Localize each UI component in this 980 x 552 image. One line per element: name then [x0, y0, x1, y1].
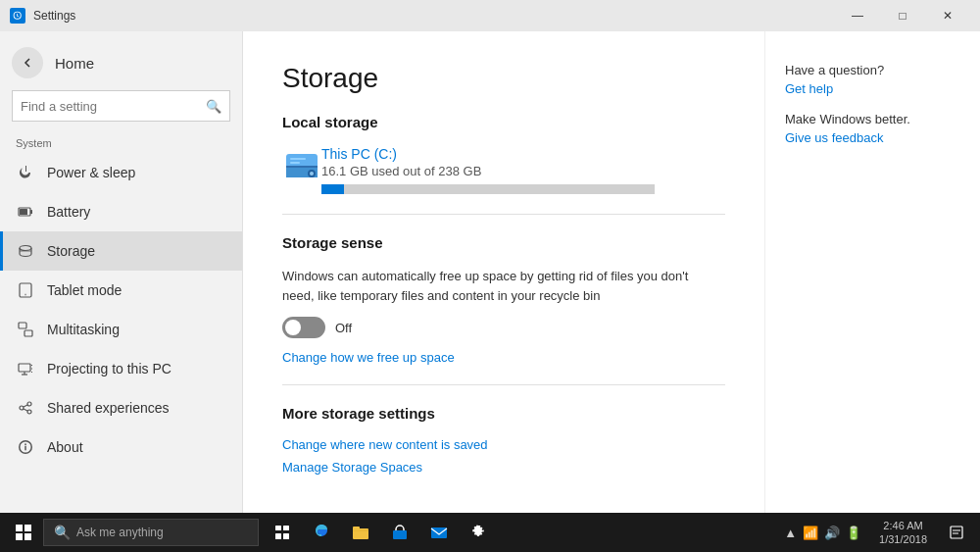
power-icon: [16, 163, 35, 182]
storage-icon: [16, 241, 35, 261]
search-input[interactable]: [21, 99, 206, 114]
clock[interactable]: 2:46 AM 1/31/2018: [869, 513, 937, 552]
sidebar-item-label: Battery: [47, 204, 90, 220]
sidebar-item-tablet-mode[interactable]: Tablet mode: [0, 271, 242, 310]
svg-point-21: [310, 172, 314, 176]
svg-rect-19: [286, 166, 318, 168]
system-tray: ▲ 📶 🔊 🔋: [776, 513, 869, 552]
svg-rect-32: [951, 527, 962, 538]
network-icon[interactable]: 📶: [803, 526, 818, 540]
svg-rect-9: [19, 364, 30, 372]
home-label[interactable]: Home: [55, 55, 94, 72]
change-free-space-link[interactable]: Change how we free up space: [282, 350, 725, 365]
storage-bar-fill: [321, 184, 344, 194]
project-icon: [16, 359, 35, 378]
start-button[interactable]: [4, 513, 43, 552]
get-help-link[interactable]: Get help: [785, 81, 960, 96]
svg-line-16: [24, 409, 27, 411]
clock-time: 2:46 AM: [883, 519, 922, 532]
svg-rect-2: [20, 209, 27, 215]
search-icon: 🔍: [206, 99, 221, 114]
right-panel: Have a question? Get help Make Windows b…: [764, 31, 980, 513]
windows-icon: [16, 525, 31, 540]
sidebar-item-battery[interactable]: Battery: [0, 192, 242, 231]
sidebar-item-label: About: [47, 439, 83, 455]
maximize-button[interactable]: □: [880, 0, 925, 31]
sidebar-item-storage[interactable]: Storage: [0, 231, 242, 271]
battery-icon: [16, 202, 35, 222]
mail-button[interactable]: [419, 513, 459, 552]
volume-icon[interactable]: 🔊: [824, 526, 840, 540]
feedback-link[interactable]: Give us feedback: [785, 130, 960, 145]
main-content: Storage Local storage This PC (C:) 16.1 …: [243, 31, 764, 513]
storage-sense-heading: Storage sense: [282, 234, 725, 251]
tablet-icon: [16, 280, 35, 300]
back-button[interactable]: [12, 47, 43, 78]
taskbar-apps: [263, 513, 498, 552]
sidebar: Home 🔍 System Power & sleep Battery: [0, 31, 243, 513]
titlebar-title: Settings: [33, 9, 75, 23]
svg-rect-29: [353, 527, 360, 530]
system-section-label: System: [0, 129, 242, 153]
edge-button[interactable]: [302, 513, 341, 552]
sidebar-item-label: Tablet mode: [47, 282, 122, 298]
svg-point-14: [27, 410, 31, 414]
close-button[interactable]: ✕: [925, 0, 970, 31]
sidebar-item-label: Power & sleep: [47, 165, 135, 180]
svg-rect-1: [30, 210, 32, 214]
svg-rect-24: [275, 526, 281, 530]
svg-point-12: [20, 406, 24, 410]
storage-bar: [321, 184, 655, 194]
taskbar-right: ▲ 📶 🔊 🔋 2:46 AM 1/31/2018: [776, 513, 976, 552]
divider-1: [282, 214, 725, 215]
storage-info: This PC (C:) 16.1 GB used out of 238 GB: [321, 146, 655, 194]
storage-sense-desc: Windows can automatically free up space …: [282, 267, 694, 305]
battery-tray-icon[interactable]: 🔋: [846, 526, 861, 540]
app-body: Home 🔍 System Power & sleep Battery: [0, 31, 980, 513]
window-controls: — □ ✕: [835, 0, 970, 31]
multitask-icon: [16, 320, 35, 339]
more-settings-heading: More storage settings: [282, 405, 725, 422]
storage-drive-item: This PC (C:) 16.1 GB used out of 238 GB: [282, 146, 725, 194]
task-view-button[interactable]: [263, 513, 302, 552]
svg-rect-22: [290, 158, 306, 160]
cortana-search[interactable]: 🔍 Ask me anything: [43, 519, 259, 546]
help-heading: Have a question?: [785, 63, 960, 77]
search-box[interactable]: 🔍: [12, 90, 230, 122]
sidebar-item-label: Multitasking: [47, 322, 120, 337]
storage-sense-toggle-row: Off: [282, 317, 725, 338]
sidebar-item-multitasking[interactable]: Multitasking: [0, 310, 242, 349]
change-content-link[interactable]: Change where new content is saved: [282, 437, 725, 452]
svg-rect-7: [19, 323, 26, 328]
clock-date: 1/31/2018: [879, 532, 927, 546]
store-button[interactable]: [380, 513, 419, 552]
svg-rect-8: [24, 330, 32, 336]
title-bar: Settings — □ ✕: [0, 0, 980, 31]
svg-line-15: [24, 405, 27, 407]
manage-spaces-link[interactable]: Manage Storage Spaces: [282, 460, 725, 475]
app-icon: [10, 8, 25, 24]
sidebar-item-label: Storage: [47, 243, 95, 259]
svg-rect-31: [431, 527, 447, 538]
taskbar: 🔍 Ask me anything ▲ 📶 🔊: [0, 513, 980, 552]
minimize-button[interactable]: —: [835, 0, 880, 31]
sidebar-item-about[interactable]: About: [0, 427, 242, 467]
storage-drive-link[interactable]: This PC (C:): [321, 146, 655, 162]
sidebar-item-shared[interactable]: Shared experiences: [0, 388, 242, 427]
cortana-label: Ask me anything: [76, 526, 164, 539]
settings-taskbar-button[interactable]: [459, 513, 498, 552]
sidebar-item-projecting[interactable]: Projecting to this PC: [0, 349, 242, 388]
tray-up-icon[interactable]: ▲: [784, 526, 797, 540]
sidebar-item-power-sleep[interactable]: Power & sleep: [0, 153, 242, 192]
page-title: Storage: [282, 63, 725, 94]
action-center-button[interactable]: [937, 513, 976, 552]
svg-rect-25: [283, 526, 289, 530]
titlebar-left: Settings: [10, 8, 75, 24]
storage-sense-toggle[interactable]: [282, 317, 325, 338]
file-explorer-button[interactable]: [341, 513, 380, 552]
svg-rect-30: [393, 530, 407, 539]
sidebar-item-label: Projecting to this PC: [47, 361, 172, 376]
toggle-label: Off: [335, 321, 352, 335]
svg-point-3: [20, 246, 31, 251]
toggle-knob: [285, 320, 301, 335]
